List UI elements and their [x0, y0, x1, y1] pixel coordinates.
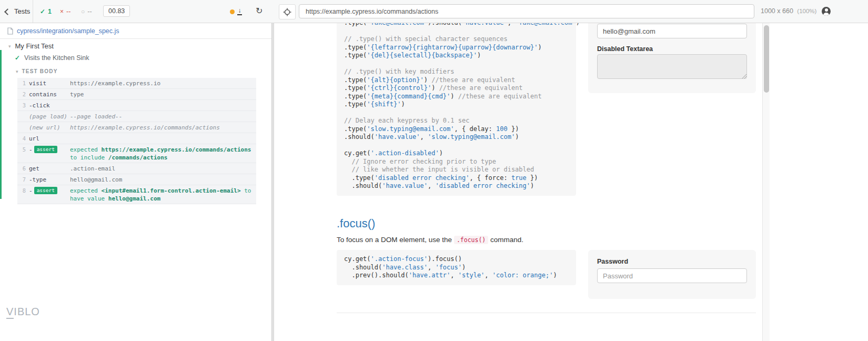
viewport-scale: (100%) — [797, 8, 816, 14]
code-block-focus: cy.get('.action-focus').focus() .should(… — [337, 250, 576, 285]
code-block-type: .type('fake@email.com').should('have.val… — [337, 23, 576, 196]
command-number: 3 — [17, 102, 29, 109]
pending-count-value: -- — [87, 8, 92, 15]
back-to-tests-button[interactable]: Tests — [5, 0, 30, 23]
auto-scroll-toggle[interactable]: ↓ — [230, 6, 242, 17]
code-line: .prev().should('have.attr', 'style', 'co… — [344, 272, 569, 280]
command-name: url — [29, 135, 70, 143]
profile-icon[interactable] — [822, 7, 831, 16]
assert-badge: assert — [34, 146, 57, 153]
passed-count-value: 1 — [48, 8, 52, 15]
viewport-size-label: 1000 x 660 (100%) — [761, 7, 816, 15]
cypress-runner-window: Tests ✓ 1 × -- ○ -- 00.83 ↓ ↻ — [0, 0, 868, 341]
code-line: // Delay each keypress by 0.1 sec — [344, 117, 569, 125]
test-body-toggle[interactable]: ▾ TEST BODY — [16, 68, 58, 74]
code-line: .type('slow.typing@email.com', { delay: … — [344, 125, 569, 134]
failed-count: × -- — [60, 0, 70, 23]
chevron-left-icon — [4, 8, 11, 15]
duration-box: 00.83 — [103, 5, 130, 17]
command-name: contains — [29, 91, 70, 98]
code-line: .type('{shift}') — [344, 101, 569, 109]
tests-button-label: Tests — [14, 7, 30, 15]
file-icon — [7, 27, 13, 35]
command-name: -type — [29, 176, 70, 184]
command-number: 8 — [17, 187, 29, 195]
command-row[interactable]: 6get.action-email — [17, 163, 256, 174]
command-row[interactable]: (page load)--page loaded-- — [17, 111, 256, 122]
command-number: 1 — [17, 79, 29, 87]
disabled-textarea-label: Disabled Textarea — [597, 45, 653, 53]
aut-header: https://example.cypress.io/commands/acti… — [271, 0, 868, 23]
code-line: // like whether the input is visible or … — [344, 166, 569, 174]
command-message: type — [70, 91, 256, 98]
focus-form-panel: Password — [588, 250, 756, 299]
suite-title: My First Test — [15, 42, 54, 50]
command-row[interactable]: 2containstype — [17, 89, 256, 100]
passed-test-indicator — [0, 50, 2, 199]
caret-down-icon: ▾ — [8, 44, 11, 49]
code-line: .type('disabled error checking', { force… — [344, 174, 569, 183]
focus-description-after: command. — [488, 236, 523, 244]
viblo-rest: IBLO — [14, 306, 40, 317]
arrow-down-icon: ↓ — [237, 8, 242, 15]
focus-description-before: To focus on a DOM element, use the — [337, 236, 454, 244]
disabled-textarea[interactable] — [597, 54, 747, 79]
assert-badge: assert — [34, 187, 57, 194]
focus-section-link[interactable]: .focus() — [337, 217, 375, 230]
suite-title-row[interactable]: ▾ My First Test — [8, 42, 54, 50]
command-name: visit — [29, 79, 70, 87]
test-title-row[interactable]: ✓ Visits the Kitchen Sink — [15, 54, 89, 62]
aut-frame: .type('fake@email.com').should('have.val… — [274, 23, 868, 341]
command-message: https://example.cypress.io/commands/acti… — [70, 124, 256, 132]
code-line: .should('have.value', 'slow.typing@email… — [344, 133, 569, 142]
email-input[interactable] — [597, 24, 747, 38]
code-line: // Ignore error checking prior to type — [344, 158, 569, 166]
code-line — [344, 27, 569, 36]
caret-down-icon: ▾ — [16, 69, 18, 74]
command-row[interactable]: 1visithttps://example.cypress.io — [17, 78, 256, 89]
panel-resizer[interactable] — [271, 23, 274, 341]
command-row[interactable]: (new url)https://example.cypress.io/comm… — [17, 122, 256, 133]
spec-file-link[interactable]: cypress/integration/sample_spec.js — [17, 27, 119, 35]
command-row[interactable]: 7-typehello@gmail.com — [17, 174, 256, 185]
command-row[interactable]: 4url — [17, 133, 256, 144]
code-line: .should('have.value', 'disabled error ch… — [344, 182, 569, 190]
refresh-icon[interactable]: ↻ — [256, 5, 263, 17]
reporter-header: Tests ✓ 1 × -- ○ -- 00.83 ↓ ↻ — [0, 0, 271, 23]
scrollbar-thumb[interactable] — [764, 25, 769, 93]
circle-icon: ○ — [81, 8, 85, 15]
code-line: .type('{leftarrow}{rightarrow}{uparrow}{… — [344, 44, 569, 52]
code-line: .should('have.class', 'focus') — [344, 264, 569, 272]
command-number: 5 — [17, 146, 29, 154]
code-line: cy.get('.action-disabled') — [344, 149, 569, 158]
code-line: .type('{del}{selectall}{backspace}') — [344, 52, 569, 60]
x-icon: × — [60, 8, 64, 15]
selector-playground-button[interactable] — [279, 4, 296, 19]
code-line: .type('fake@email.com').should('have.val… — [344, 23, 569, 27]
command-row[interactable]: 3-click — [17, 100, 256, 111]
failed-count-value: -- — [66, 8, 70, 15]
code-line: // .type() with special character sequen… — [344, 35, 569, 44]
section-divider — [337, 313, 756, 313]
type-form-panel: Disabled Textarea — [588, 23, 756, 93]
aut-url[interactable]: https://example.cypress.io/commands/acti… — [299, 4, 754, 18]
viblo-watermark: VIBLO — [6, 306, 40, 318]
command-name: get — [29, 165, 70, 173]
focus-description: To focus on a DOM element, use the .focu… — [337, 236, 523, 244]
inline-code: .focus() — [454, 236, 488, 244]
command-message: hello@gmail.com — [70, 176, 256, 184]
command-number: 4 — [17, 135, 29, 143]
scrollbar[interactable] — [762, 23, 770, 341]
test-title: Visits the Kitchen Sink — [24, 54, 89, 62]
code-line: // .type() with key modifiers — [344, 68, 569, 76]
password-label: Password — [597, 258, 628, 265]
command-row[interactable]: 8-assertexpected <input#email1.form-cont… — [17, 185, 256, 204]
code-line — [344, 60, 569, 68]
command-message: expected <input#email1.form-control.acti… — [70, 187, 256, 203]
command-row[interactable]: 5-assertexpected https://example.cypress… — [17, 144, 256, 163]
command-name: (page load) — [29, 113, 70, 121]
viblo-v: V — [6, 306, 14, 319]
password-input[interactable] — [597, 268, 747, 283]
command-number: 7 — [17, 176, 29, 184]
command-name: -click — [29, 102, 70, 109]
